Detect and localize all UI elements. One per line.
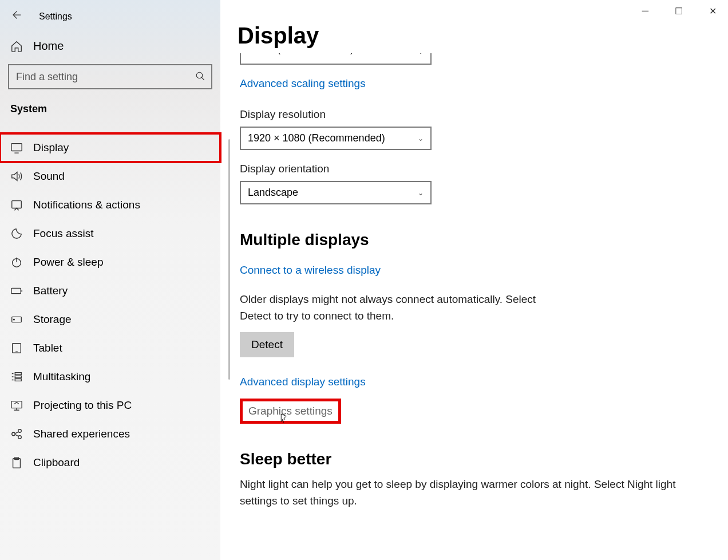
nav-item-label: Tablet — [33, 342, 62, 354]
storage-icon — [10, 313, 23, 326]
nav-home-label: Home — [33, 40, 64, 53]
orientation-value: Landscape — [248, 187, 298, 199]
nav-item-label: Shared experiences — [33, 428, 130, 440]
shared-icon — [10, 428, 23, 440]
resolution-dropdown[interactable]: 1920 × 1080 (Recommended) ⌄ — [240, 127, 432, 150]
nav-item-shared-experiences[interactable]: Shared experiences — [0, 420, 220, 448]
older-displays-text: Older displays might not always connect … — [240, 291, 537, 324]
sleep-better-text: Night light can help you get to sleep by… — [240, 476, 692, 509]
nav-item-label: Battery — [33, 285, 68, 297]
notifications-icon — [10, 199, 23, 211]
battery-icon — [10, 285, 23, 297]
detect-button[interactable]: Detect — [240, 332, 294, 357]
chevron-down-icon: ⌄ — [418, 53, 424, 56]
svg-point-0 — [196, 72, 203, 78]
nav-item-label: Multitasking — [33, 370, 90, 383]
nav-item-label: Projecting to this PC — [33, 399, 132, 412]
search-icon — [195, 71, 205, 84]
scale-dropdown[interactable]: 125% (Recommended) ⌄ — [240, 53, 432, 65]
nav-item-display[interactable]: Display — [0, 133, 220, 162]
nav-item-tablet[interactable]: Tablet — [0, 334, 220, 362]
svg-rect-2 — [12, 201, 22, 208]
multiple-displays-header: Multiple displays — [240, 231, 711, 249]
sidebar: Settings Home System Display Sound Notif… — [0, 0, 220, 560]
nav-item-label: Display — [33, 141, 69, 154]
svg-point-11 — [18, 436, 22, 439]
nav-item-label: Notifications & actions — [33, 199, 140, 211]
projecting-icon — [10, 399, 23, 412]
nav-item-label: Focus assist — [33, 227, 94, 240]
nav-item-notifications[interactable]: Notifications & actions — [0, 191, 220, 219]
connect-wireless-link[interactable]: Connect to a wireless display — [240, 264, 381, 277]
nav-item-label: Storage — [33, 313, 72, 326]
focus-assist-icon — [10, 227, 23, 240]
nav-item-storage[interactable]: Storage — [0, 305, 220, 334]
nav-item-label: Clipboard — [33, 456, 80, 469]
graphics-settings-link[interactable]: Graphics settings — [248, 405, 333, 417]
svg-point-10 — [18, 429, 22, 433]
nav-item-power-sleep[interactable]: Power & sleep — [0, 248, 220, 277]
tablet-icon — [10, 342, 23, 354]
sound-icon — [10, 170, 23, 183]
orientation-dropdown[interactable]: Landscape ⌄ — [240, 181, 432, 204]
home-icon — [10, 40, 23, 53]
category-header: System — [0, 102, 220, 125]
orientation-label: Display orientation — [240, 163, 711, 175]
resolution-value: 1920 × 1080 (Recommended) — [248, 132, 385, 144]
resolution-label: Display resolution — [240, 108, 711, 121]
display-icon — [10, 141, 23, 154]
chevron-down-icon: ⌄ — [418, 135, 424, 143]
nav-home[interactable]: Home — [0, 34, 220, 64]
nav-item-sound[interactable]: Sound — [0, 162, 220, 191]
svg-rect-4 — [11, 288, 21, 293]
svg-point-6 — [14, 319, 15, 320]
nav-item-multitasking[interactable]: Multitasking — [0, 362, 220, 391]
back-button[interactable] — [10, 9, 22, 23]
advanced-display-link[interactable]: Advanced display settings — [240, 376, 366, 388]
clipboard-icon — [10, 456, 23, 469]
nav-item-battery[interactable]: Battery — [0, 277, 220, 305]
nav-item-focus-assist[interactable]: Focus assist — [0, 219, 220, 248]
window-title: Settings — [39, 11, 72, 22]
nav-item-label: Power & sleep — [33, 256, 104, 269]
scale-value: 125% (Recommended) — [248, 53, 354, 55]
search-input[interactable] — [8, 64, 212, 89]
highlight-graphics-settings: Graphics settings — [240, 399, 341, 424]
main-content: ─ ☐ ✕ Display 125% (Recommended) ⌄ Advan… — [220, 0, 728, 560]
chevron-down-icon: ⌄ — [418, 189, 424, 197]
window-controls: ─ ☐ ✕ — [638, 3, 721, 19]
power-icon — [10, 256, 23, 269]
close-button[interactable]: ✕ — [705, 3, 721, 19]
nav-item-projecting[interactable]: Projecting to this PC — [0, 391, 220, 420]
scrollbar[interactable] — [228, 139, 230, 380]
maximize-button[interactable]: ☐ — [670, 3, 687, 19]
nav-item-clipboard[interactable]: Clipboard — [0, 448, 220, 477]
sleep-better-header: Sleep better — [240, 450, 711, 468]
multitasking-icon — [10, 370, 23, 383]
nav-item-label: Sound — [33, 170, 65, 183]
advanced-scaling-link[interactable]: Advanced scaling settings — [240, 77, 366, 90]
svg-point-9 — [12, 432, 15, 436]
svg-rect-1 — [11, 144, 22, 151]
minimize-button[interactable]: ─ — [638, 3, 653, 19]
